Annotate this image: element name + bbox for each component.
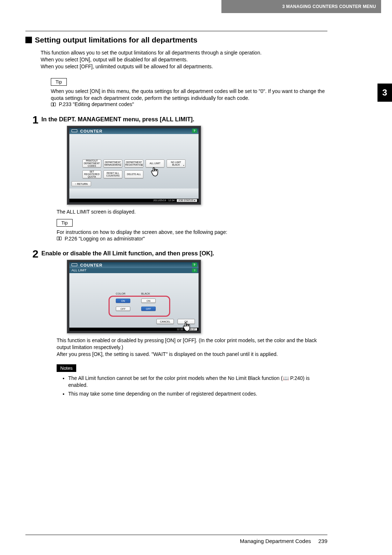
top-rule <box>25 31 327 31</box>
notes-list: The All Limit function cannot be set for… <box>63 375 327 398</box>
note-item: The All Limit function cannot be set for… <box>68 375 327 389</box>
color-off-button[interactable]: OFF <box>116 307 130 311</box>
intro-paragraph: This function allows you to set the outp… <box>41 49 327 70</box>
return-button[interactable]: ↑ RETURN <box>72 181 91 186</box>
step-1-title: In the DEPT. MANAGEMENT menu, press [ALL… <box>41 116 327 123</box>
hand-pointer-icon <box>150 167 161 178</box>
mock1-titlebar: COUNTER ? <box>69 128 199 134</box>
color-on-button[interactable]: ON <box>116 299 130 303</box>
battery-icon <box>72 263 77 266</box>
tip-2-ref: P.226 "Logging on as administrator" <box>57 236 327 242</box>
reset-all-counters-button[interactable]: RESET ALL COUNTERS <box>103 170 122 178</box>
tip-1-ref: P.233 "Editing department codes" <box>51 101 327 108</box>
tip-1-text: When you select [ON] in this menu, the q… <box>51 88 327 102</box>
step-number-1: 1 <box>25 114 38 242</box>
dept-management-button[interactable]: DEPARTMENT MANAGEMENT▸ <box>103 159 122 167</box>
chapter-tab: 3 <box>377 84 392 102</box>
page-header-strip: 3 MANAGING COUNTERS COUNTER MENU <box>221 0 381 13</box>
ok-button[interactable]: OK <box>177 319 195 324</box>
no-limit-black-button[interactable]: NO LIMIT BLACK▸ <box>167 159 185 167</box>
mock2-statusbar: 12:35 JOB ST <box>69 328 199 331</box>
square-bullet-icon <box>25 37 32 43</box>
note-item: This may take some time depending on the… <box>68 390 327 398</box>
cancel-button[interactable]: CANCEL <box>156 319 174 324</box>
mock2-titlebar: COUNTER ? <box>69 262 199 268</box>
step-2-caption: This function is enabled or disabled by … <box>57 337 324 358</box>
section-title-text: Setting output limitations for all depar… <box>35 36 197 44</box>
tip-label-2: Tip <box>57 219 73 227</box>
job-status-button[interactable]: JOB STATUS ▸ <box>177 199 197 202</box>
black-on-button[interactable]: ON <box>141 299 156 303</box>
battery-icon <box>72 129 77 132</box>
page-number: 239 <box>318 538 327 544</box>
color-column-header: COLOR <box>116 292 126 295</box>
footer-rule <box>25 535 327 535</box>
dept-registration-button[interactable]: DEPARTMENT REGISTRATION▸ <box>124 159 143 167</box>
tip-2-text: For instructions on how to display the s… <box>57 229 327 236</box>
step-1-caption: The ALL LIMIT screen is displayed. <box>57 208 324 215</box>
set-registered-quota-button[interactable]: SET REGISTERED QUOTA <box>82 170 101 178</box>
step-number-2: 2 <box>25 248 38 399</box>
notes-label: Notes <box>57 364 76 372</box>
black-column-header: BLACK <box>141 292 150 295</box>
footer-text: Managing Department Codes 239 <box>25 538 327 544</box>
help-icon[interactable]: ? <box>192 268 197 272</box>
screenshot-1: COUNTER ? PRINTOUT DEPARTMENT CODES DEPA… <box>67 126 201 205</box>
mock2-subtitle: ALL LIMIT ? <box>69 268 199 273</box>
book-icon <box>51 102 56 108</box>
help-icon[interactable]: ? <box>192 263 197 267</box>
tip-label: Tip <box>51 78 67 86</box>
book-icon <box>57 236 62 242</box>
section-title: Setting output limitations for all depar… <box>25 36 327 44</box>
printout-dept-codes-button[interactable]: PRINTOUT DEPARTMENT CODES <box>82 159 101 167</box>
all-limit-button[interactable]: ALL LIMIT <box>146 159 164 167</box>
step-2-title: Enable or disable the All Limit function… <box>41 250 327 257</box>
black-off-button[interactable]: OFF <box>141 307 156 311</box>
mock1-statusbar: 2011/05/19 12:34 JOB STATUS ▸ <box>69 199 199 202</box>
delete-all-button[interactable]: DELETE ALL <box>124 170 143 178</box>
job-status-button[interactable]: JOB ST <box>185 328 197 331</box>
help-icon[interactable]: ? <box>192 129 197 133</box>
screenshot-2: COUNTER ? ALL LIMIT ? COLOR BLACK ON ON … <box>67 260 201 333</box>
